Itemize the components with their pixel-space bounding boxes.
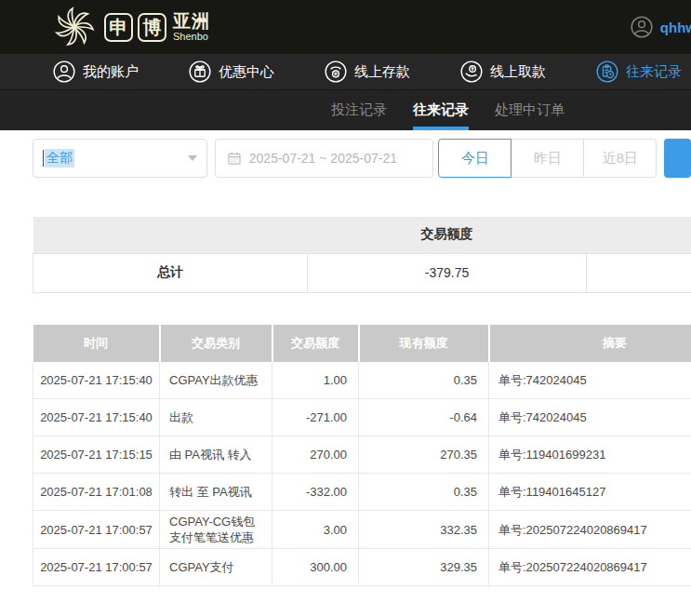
- cell-type: CGPAY支付: [160, 549, 272, 586]
- cell-balance: 332.35: [359, 511, 489, 549]
- tab-processing-orders[interactable]: 处理中订单: [495, 90, 565, 130]
- category-selected-value: 全部: [45, 149, 74, 167]
- search-button[interactable]: [664, 139, 691, 178]
- main-nav: 我的账户 优惠中心 线上存款 线上取款: [0, 54, 691, 90]
- cell-amount: 300.00: [272, 549, 359, 586]
- cell-type: 由 PA视讯 转入: [160, 436, 272, 474]
- cell-time: 2025-07-21 17:15:40: [33, 362, 160, 399]
- tab-betting-records[interactable]: 投注记录: [331, 90, 387, 130]
- col-header-time: 时间: [33, 325, 160, 362]
- tab-label: 投注记录: [331, 101, 387, 119]
- logo-char-2: 博: [138, 13, 166, 42]
- date-range-value: 2025-07-21 ~ 2025-07-21: [249, 151, 397, 166]
- cell-balance: 329.35: [359, 549, 489, 586]
- summary-table: 交易额度 总计 -379.75: [33, 217, 691, 293]
- nav-label: 线上取款: [490, 63, 546, 81]
- quick-date-button-group: 今日 昨日 近8日: [438, 139, 657, 178]
- table-row: 2025-07-21 17:01:08 转出 至 PA视讯 -332.00 0.…: [33, 474, 691, 511]
- summary-header-amount: 交易额度: [308, 217, 587, 253]
- table-row: 2025-07-21 17:15:40 CGPAY出款优惠 1.00 0.35 …: [33, 362, 691, 399]
- col-header-memo: 摘要: [489, 325, 691, 362]
- summary-total-value: -379.75: [308, 253, 587, 292]
- date-range-input[interactable]: 2025-07-21 ~ 2025-07-21: [215, 139, 434, 178]
- nav-label: 我的账户: [83, 63, 139, 81]
- cell-balance: 270.35: [359, 436, 489, 474]
- cell-type: 转出 至 PA视讯: [160, 474, 272, 511]
- category-select[interactable]: 全部: [33, 139, 207, 178]
- flower-logo-icon: [52, 5, 97, 49]
- nav-item-my-account[interactable]: 我的账户: [52, 60, 139, 84]
- cell-memo: 单号:119401645127: [489, 474, 691, 511]
- tab-label: 往来记录: [413, 101, 469, 119]
- today-button[interactable]: 今日: [438, 139, 512, 178]
- nav-label: 线上存款: [354, 63, 410, 81]
- cell-memo: 单号:202507224020869417: [489, 511, 691, 549]
- col-header-balance: 现有额度: [359, 325, 489, 362]
- nav-item-deposit[interactable]: 线上存款: [324, 60, 410, 84]
- col-header-type: 交易类别: [160, 325, 272, 362]
- logo-text: 亚洲 Shenbo: [173, 12, 210, 42]
- cell-type: CGPAY-CG钱包支付笔笔送优惠: [160, 511, 272, 549]
- yesterday-button[interactable]: 昨日: [511, 139, 584, 178]
- chevron-down-icon: [188, 155, 197, 161]
- username: qhhw: [660, 20, 691, 35]
- cell-memo: 单号:742024045: [489, 362, 691, 399]
- table-row: 2025-07-21 17:00:57 CGPAY-CG钱包支付笔笔送优惠 3.…: [33, 511, 691, 549]
- cell-balance: 0.35: [359, 474, 489, 511]
- text-caret: [43, 150, 44, 167]
- table-row: 2025-07-21 17:15:40 出款 -271.00 -0.64 单号:…: [33, 399, 691, 436]
- nav-item-withdraw[interactable]: 线上取款: [459, 60, 546, 84]
- nav-item-transaction-records[interactable]: 往来记录: [595, 60, 682, 84]
- top-header: 申 博 亚洲 Shenbo qhhw: [0, 0, 691, 54]
- summary-header-empty: [33, 217, 308, 253]
- brand-logo[interactable]: 申 博 亚洲 Shenbo: [52, 5, 210, 49]
- cell-time: 2025-07-21 17:15:15: [33, 436, 160, 474]
- cell-time: 2025-07-21 17:00:57: [33, 549, 160, 586]
- summary-header-empty: [587, 217, 691, 253]
- withdraw-coin-icon: [459, 60, 484, 84]
- cell-type: CGPAY出款优惠: [160, 362, 272, 399]
- calendar-icon: [227, 151, 242, 166]
- logo-char-1: 申: [104, 13, 133, 42]
- last-8-days-button[interactable]: 近8日: [583, 139, 657, 178]
- gift-icon: [188, 60, 212, 84]
- user-menu[interactable]: qhhw: [630, 15, 691, 39]
- records-subnav: 投注记录 往来记录 处理中订单: [0, 90, 691, 130]
- records-header-row: 时间 交易类别 交易额度 现有额度 摘要: [33, 325, 691, 362]
- cell-time: 2025-07-21 17:00:57: [33, 511, 160, 549]
- filter-bar: 全部 2025-07-21 ~ 2025-07-21 今日 昨日 近8日: [33, 139, 691, 178]
- tab-label: 处理中订单: [495, 101, 565, 119]
- cell-amount: -332.00: [272, 474, 359, 511]
- deposit-coin-icon: [324, 60, 348, 84]
- nav-label: 往来记录: [626, 63, 682, 81]
- summary-total-row: 总计 -379.75: [33, 253, 691, 292]
- tab-transaction-records[interactable]: 往来记录: [413, 90, 469, 130]
- summary-header-row: 交易额度: [33, 217, 691, 253]
- cell-amount: 3.00: [272, 511, 359, 549]
- avatar-icon: [630, 15, 654, 39]
- table-row: 2025-07-21 17:15:15 由 PA视讯 转入 270.00 270…: [33, 436, 691, 474]
- records-clipboard-clock-icon: [595, 60, 619, 84]
- cell-time: 2025-07-21 17:15:40: [33, 399, 160, 436]
- cell-amount: 1.00: [272, 362, 359, 399]
- cell-amount: 270.00: [272, 436, 359, 474]
- table-row: 2025-07-21 17:00:57 CGPAY支付 300.00 329.3…: [33, 549, 691, 586]
- cell-memo: 单号:202507224020869417: [489, 549, 691, 586]
- cell-time: 2025-07-21 17:01:08: [33, 474, 160, 511]
- nav-label: 优惠中心: [219, 63, 274, 81]
- summary-total-label: 总计: [33, 253, 308, 292]
- cell-memo: 单号:119401699231: [489, 436, 691, 474]
- cell-balance: -0.64: [359, 399, 489, 436]
- logo-region: 亚洲: [173, 12, 210, 30]
- cell-type: 出款: [160, 399, 272, 436]
- cell-balance: 0.35: [359, 362, 489, 399]
- records-table: 时间 交易类别 交易额度 现有额度 摘要 2025-07-21 17:15:40…: [33, 325, 691, 587]
- person-icon: [52, 60, 76, 84]
- nav-item-promotions[interactable]: 优惠中心: [188, 60, 274, 84]
- logo-subtitle: Shenbo: [173, 32, 210, 42]
- summary-empty-cell: [587, 253, 691, 292]
- cell-amount: -271.00: [272, 399, 359, 436]
- col-header-amount: 交易额度: [272, 325, 359, 362]
- cell-memo: 单号:742024045: [489, 399, 691, 436]
